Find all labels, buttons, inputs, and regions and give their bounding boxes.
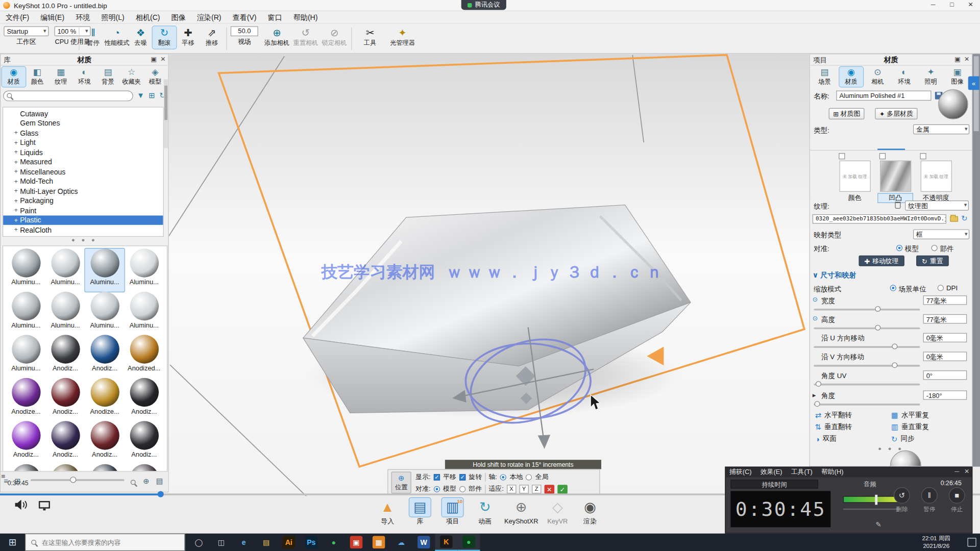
tree-item[interactable]: + Measured xyxy=(3,157,163,167)
rotate-checkbox[interactable] xyxy=(459,474,465,480)
toolbar-camera-button[interactable]: ↺ 重置相机 xyxy=(291,26,320,48)
zoom-out-icon[interactable] xyxy=(131,478,136,487)
duration-tab[interactable]: 持续时间 xyxy=(730,480,818,488)
material-graph-button[interactable]: ⊞材质图 xyxy=(829,108,865,119)
slider-knob[interactable] xyxy=(70,477,76,483)
menu-item[interactable]: 查看(V) xyxy=(227,11,262,23)
progress-handle[interactable] xyxy=(158,491,164,497)
texture-toggle[interactable]: ⇄ 水平翻转 xyxy=(815,409,891,421)
parameter-value-input[interactable]: 77毫米 xyxy=(923,314,967,323)
material-thumbnail[interactable]: Aluminu... xyxy=(6,248,45,291)
refresh-texture-icon[interactable]: ↻ xyxy=(961,214,967,223)
recorder-menu-item[interactable]: 帮助(H) xyxy=(821,468,844,477)
angle-value-input[interactable]: -180° xyxy=(923,390,967,399)
slider-knob[interactable] xyxy=(875,306,880,312)
texture-slot[interactable]: 未 加载 纹理 颜色 xyxy=(838,153,872,203)
recorder-menu-item[interactable]: 捕获(C) xyxy=(729,468,752,477)
parameter-slider[interactable] xyxy=(814,384,920,386)
texture-slot-checkbox[interactable] xyxy=(839,153,845,159)
scene-units-radio[interactable] xyxy=(890,285,896,291)
tree-item[interactable]: + Multi-Layer Optics xyxy=(3,186,163,196)
toolbar-tool-button[interactable]: ✦ 光管理器 xyxy=(386,26,419,48)
audio-tab[interactable]: 音频 xyxy=(848,480,892,488)
toolbar-button[interactable]: ❖ 去噪 xyxy=(129,26,153,48)
texture-slot-thumbnail[interactable] xyxy=(879,161,911,192)
tree-item[interactable]: Gem Stones xyxy=(3,118,163,128)
reset-texture-button[interactable]: ↻重置 xyxy=(916,256,948,266)
tree-item[interactable]: + Glass xyxy=(3,128,163,138)
texture-file-input[interactable]: 0320_aee032beb71835bb03aeHWIz0t0DomvD.jp… xyxy=(813,214,946,223)
material-thumbnail[interactable]: Anodiz... xyxy=(45,378,85,421)
menu-item[interactable]: 文件(F) xyxy=(0,11,35,23)
dock-item[interactable]: ▲ 导入 xyxy=(371,498,404,526)
texture-toggle[interactable]: ▦ 水平重复 xyxy=(891,409,967,421)
recorder-close-button[interactable]: ✕ xyxy=(964,468,969,474)
texture-slot-checkbox[interactable] xyxy=(879,153,886,159)
maximize-button[interactable]: □ xyxy=(943,0,962,11)
thumbnail-size-slider[interactable] xyxy=(31,479,125,481)
expand-icon[interactable]: + xyxy=(12,168,20,175)
library-toolbar-icon[interactable]: ▼ xyxy=(137,91,144,100)
tree-scrollbar[interactable] xyxy=(164,80,168,148)
slider-knob[interactable] xyxy=(892,343,898,349)
recorder-minimize-button[interactable]: ─ xyxy=(954,468,959,474)
align-part-radio[interactable] xyxy=(459,486,465,492)
menu-item[interactable]: 编辑(E) xyxy=(35,11,70,23)
recorder-menu-item[interactable]: 工具(T) xyxy=(791,468,813,477)
expand-icon[interactable]: + xyxy=(12,139,20,146)
link-values-icon[interactable]: ⊙ xyxy=(813,296,818,303)
taskbar-icon[interactable]: ▦ xyxy=(368,534,390,551)
library-search-input[interactable] xyxy=(3,91,133,102)
audio-level-knob[interactable] xyxy=(875,495,877,505)
material-thumbnail[interactable]: Anodize... xyxy=(85,378,125,421)
parameter-slider[interactable] xyxy=(814,346,920,348)
texture-slot-checkbox[interactable] xyxy=(920,153,926,159)
move-texture-button[interactable]: ✚移动纹理 xyxy=(859,256,904,266)
close-panel-icon[interactable]: ✕ xyxy=(160,56,165,62)
expand-icon[interactable]: + xyxy=(12,149,20,156)
texture-slot-thumbnail[interactable]: 未 加载 纹理 xyxy=(920,161,951,192)
zoom-in-icon[interactable]: ⊕ xyxy=(143,477,149,485)
material-thumbnail[interactable]: Aluminu... xyxy=(85,292,125,335)
expand-icon[interactable]: + xyxy=(12,197,20,204)
material-type-select[interactable]: 金属▾ xyxy=(913,124,969,135)
close-panel-icon[interactable]: ✕ xyxy=(964,56,969,62)
toolbar-button[interactable]: ‖ 暂停 xyxy=(81,26,105,48)
texture-kind-select[interactable]: 纹理图▾ xyxy=(905,201,969,211)
mapping-type-select[interactable]: 框▾ xyxy=(913,229,969,239)
menu-item[interactable]: 图像 xyxy=(166,11,191,23)
toolbar-tool-button[interactable]: ✂ 工具 xyxy=(354,26,386,48)
pencil-icon[interactable]: ✎ xyxy=(876,521,881,529)
parameter-slider[interactable] xyxy=(814,365,920,367)
material-thumbnail[interactable]: Aluminu... xyxy=(6,292,45,335)
right-scrollbar[interactable] xyxy=(972,54,980,466)
parameter-value-input[interactable]: 0毫米 xyxy=(923,333,967,342)
start-button[interactable]: ⊞ xyxy=(0,534,25,551)
toolbar-camera-button[interactable]: ⊕ 添加相机 xyxy=(262,26,291,48)
library-tab[interactable]: ◐ 环境 xyxy=(72,67,96,87)
taskbar-icon[interactable]: W xyxy=(412,534,435,551)
taskbar-icon[interactable]: e xyxy=(233,534,255,551)
texture-toggle[interactable]: ⇅ 垂直翻转 xyxy=(815,421,891,433)
screen-share-icon[interactable] xyxy=(39,501,50,509)
texture-toggle[interactable]: ▥ 垂直重复 xyxy=(891,421,967,433)
taskbar-icon[interactable]: ▤ xyxy=(255,534,278,551)
recorder-menu-item[interactable]: 效果(E) xyxy=(761,468,782,477)
axis-local-radio[interactable] xyxy=(500,474,506,480)
library-tab[interactable]: ◉ 材质 xyxy=(2,67,26,87)
project-tab[interactable]: ◐ 环境 xyxy=(892,67,916,87)
slider-knob[interactable] xyxy=(816,381,821,387)
dock-item[interactable]: ⊕ KeyShotXR xyxy=(501,498,541,525)
collapse-panel-button[interactable]: « xyxy=(968,76,979,90)
library-toolbar-icon[interactable]: ⊞ xyxy=(149,91,155,100)
expand-icon[interactable]: + xyxy=(12,159,20,165)
material-subtab[interactable] xyxy=(847,139,875,150)
menu-item[interactable]: 相机(C) xyxy=(130,11,166,23)
texture-toggle[interactable]: ↻ 同步 xyxy=(891,433,967,445)
fit-x-button[interactable]: X xyxy=(507,485,516,493)
material-thumbnail[interactable]: Aluminu... xyxy=(45,292,85,335)
tree-item[interactable]: + Plastic xyxy=(3,215,163,225)
taskbar-search[interactable] xyxy=(25,534,185,551)
size-mapping-section[interactable]: ∨ 尺寸和映射 xyxy=(813,270,856,280)
taskbar-icon[interactable]: ◫ xyxy=(210,534,232,551)
